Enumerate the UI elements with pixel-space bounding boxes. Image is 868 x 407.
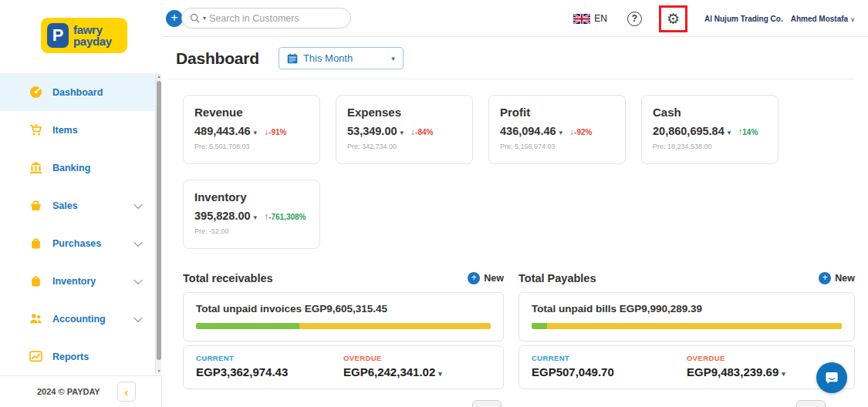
caret-down-icon[interactable]: ▾ [559, 129, 563, 136]
sidebar-nav: Dashboard Items Banking Sales [0, 73, 155, 375]
kpi-value[interactable]: 53,349.00 [347, 125, 397, 137]
period-filter-select[interactable]: This Month ▾ [279, 47, 404, 69]
current-progress-segment [196, 323, 299, 329]
current-progress-segment [532, 323, 547, 329]
sidebar: P fawry payday Dashboard Items [0, 0, 162, 407]
shopping-bag-icon [29, 237, 42, 250]
cart-icon [29, 123, 42, 136]
kpi-value[interactable]: 20,860,695.84 [653, 125, 724, 137]
topbar: + ▾ EN ? ⚙ Al Nujum Trading Co. Ahmed Mo… [162, 0, 868, 37]
new-invoice-button[interactable]: + New [468, 272, 504, 284]
quick-add-button[interactable]: + [166, 10, 183, 27]
fawry-logo-icon: P [47, 23, 69, 48]
chevron-down-icon[interactable] [133, 237, 142, 246]
kpi-change: ↓-91% [264, 126, 286, 137]
search-scope-caret-icon[interactable]: ▾ [203, 15, 206, 22]
sidebar-item-sales[interactable]: Sales [0, 187, 155, 224]
sidebar-item-reports[interactable]: Reports [0, 338, 155, 375]
caret-down-icon[interactable]: ▾ [400, 129, 404, 136]
new-label: New [835, 273, 855, 284]
sidebar-footer: 2024 © PAYDAY ‹ [0, 375, 162, 407]
user-menu[interactable]: Ahmed Mostafa∨ [791, 15, 855, 23]
receivables-section: Total receivables + New Total unpaid inv… [183, 272, 504, 389]
plus-icon: + [468, 272, 480, 284]
kpi-card-profit: Profit 436,094.46 ▾ ↓-92% Pre: 5,158,974… [488, 95, 626, 164]
bank-icon [29, 161, 42, 174]
sidebar-item-label: Inventory [52, 276, 96, 287]
sidebar-item-accounting[interactable]: Accounting [0, 300, 155, 338]
app-window: P fawry payday Dashboard Items [0, 0, 868, 407]
kpi-change: ↓-92% [569, 126, 592, 137]
sidebar-item-dashboard[interactable]: Dashboard [0, 73, 155, 111]
receivables-amounts-card: CURRENT EGP3,362,974.43 OVERDUE EGP6,242… [183, 345, 504, 389]
sidebar-item-inventory[interactable]: Inventory [0, 262, 155, 300]
user-chevron-icon: ∨ [850, 16, 855, 23]
language-switcher[interactable]: EN [573, 13, 607, 24]
sidebar-item-items[interactable]: Items [0, 111, 155, 149]
logo-line2: payday [73, 35, 112, 48]
caret-down-icon[interactable]: ▾ [254, 129, 258, 136]
scrollbar-thumb[interactable] [157, 81, 161, 360]
sidebar-item-label: Sales [52, 200, 78, 211]
chart-line-icon [29, 350, 42, 363]
kpi-card-expenses: Expenses 53,349.00 ▾ ↓-84% Pre: 342,734.… [336, 95, 473, 164]
chevron-down-icon[interactable] [133, 313, 142, 321]
main-content: Dashboard This Month ▾ Revenue 489,443.4… [162, 37, 868, 407]
company-name: Al Nujum Trading Co. [704, 15, 783, 23]
chat-support-button[interactable] [816, 362, 847, 393]
settings-gear-icon[interactable]: ⚙ [667, 12, 680, 26]
partial-button-left[interactable] [472, 400, 502, 407]
kpi-value[interactable]: 395,828.00 [194, 210, 251, 222]
caret-down-icon[interactable]: ▾ [782, 370, 785, 378]
scroll-down-icon[interactable]: ▼ [156, 368, 162, 373]
topbar-right-group: EN ? ⚙ Al Nujum Trading Co. Ahmed Mostaf… [573, 0, 855, 37]
kpi-previous: Pre: 5,501,708.03 [194, 143, 309, 150]
search-input[interactable] [209, 13, 343, 24]
plus-icon: + [819, 272, 831, 284]
fawry-payday-logo[interactable]: P fawry payday [41, 18, 127, 53]
kpi-title: Expenses [347, 106, 461, 119]
help-button[interactable]: ? [627, 12, 642, 26]
period-filter-value: This Month [303, 52, 386, 64]
settings-highlight-box: ⚙ [659, 5, 687, 32]
chat-bubble-icon [824, 370, 839, 385]
sidebar-scrollbar[interactable]: ▲ ▼ [155, 73, 161, 374]
scroll-up-icon[interactable]: ▲ [156, 74, 162, 79]
unpaid-bills-summary: Total unpaid bills EGP9,990,289.39 [532, 303, 842, 314]
kpi-title: Profit [500, 106, 614, 119]
new-bill-button[interactable]: + New [819, 272, 855, 284]
global-search[interactable]: ▾ [181, 8, 351, 29]
sidebar-item-label: Reports [52, 352, 89, 362]
partial-button-right[interactable] [796, 400, 826, 407]
new-label: New [484, 273, 504, 284]
sidebar-item-purchases[interactable]: Purchases [0, 224, 155, 262]
chevron-down-icon[interactable] [133, 200, 142, 208]
dashboard-gauge-icon [29, 86, 42, 99]
sidebar-item-banking[interactable]: Banking [0, 149, 155, 187]
overdue-progress-segment [299, 323, 491, 329]
kpi-value[interactable]: 489,443.46 [194, 125, 251, 137]
period-caret-icon: ▾ [391, 55, 395, 62]
chevron-down-icon[interactable] [133, 275, 142, 284]
search-icon [190, 13, 200, 23]
caret-down-icon[interactable]: ▾ [254, 214, 258, 221]
kpi-value[interactable]: 436,094.46 [500, 125, 556, 137]
overdue-label: OVERDUE [687, 354, 842, 362]
sidebar-collapse-button[interactable]: ‹ [117, 382, 136, 402]
copyright-text: 2024 © PAYDAY [37, 387, 100, 396]
current-value: EGP507,049.70 [532, 365, 687, 378]
page-title: Dashboard [176, 49, 259, 68]
payables-progress-bar [532, 323, 842, 329]
overdue-progress-segment [547, 323, 842, 329]
receivables-title: Total receivables [183, 272, 273, 284]
caret-down-icon[interactable]: ▾ [438, 370, 442, 378]
caret-down-icon[interactable]: ▾ [728, 129, 731, 136]
header-divider [168, 79, 855, 79]
kpi-card-cash: Cash 20,860,695.84 ▾ ↑14% Pre: 18,234,53… [641, 95, 778, 164]
current-label: CURRENT [532, 354, 687, 362]
unpaid-invoices-card: Total unpaid invoices EGP9,605,315.45 [183, 292, 504, 341]
kpi-title: Inventory [194, 190, 309, 204]
sidebar-item-label: Accounting [52, 314, 106, 325]
kpi-change: ↓-84% [410, 126, 433, 137]
logo-text: fawry payday [73, 24, 112, 47]
